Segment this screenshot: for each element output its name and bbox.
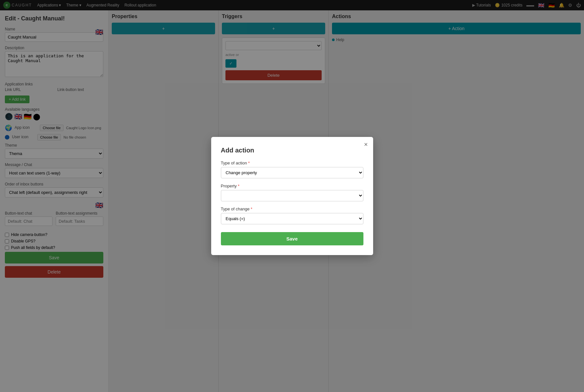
type-of-action-required: * — [248, 161, 250, 165]
modal-save-button[interactable]: Save — [221, 232, 363, 245]
modal-title: Add action — [221, 147, 363, 154]
property-label: Property * — [221, 184, 363, 188]
modal-close-button[interactable]: × — [364, 141, 368, 148]
type-of-change-label: Type of change * — [221, 207, 363, 211]
type-of-change-select[interactable]: Equals (=) Add (+) Subtract (-) Multiply… — [221, 213, 363, 224]
type-of-action-select[interactable]: Change property Send notification Send e… — [221, 167, 363, 178]
type-of-action-label: Type of action * — [221, 161, 363, 165]
property-required: * — [238, 184, 239, 188]
type-of-change-required: * — [251, 207, 252, 211]
property-select[interactable] — [221, 190, 363, 201]
add-action-modal: × Add action Type of action * Change pro… — [211, 137, 373, 255]
modal-backdrop: × Add action Type of action * Change pro… — [0, 0, 584, 392]
